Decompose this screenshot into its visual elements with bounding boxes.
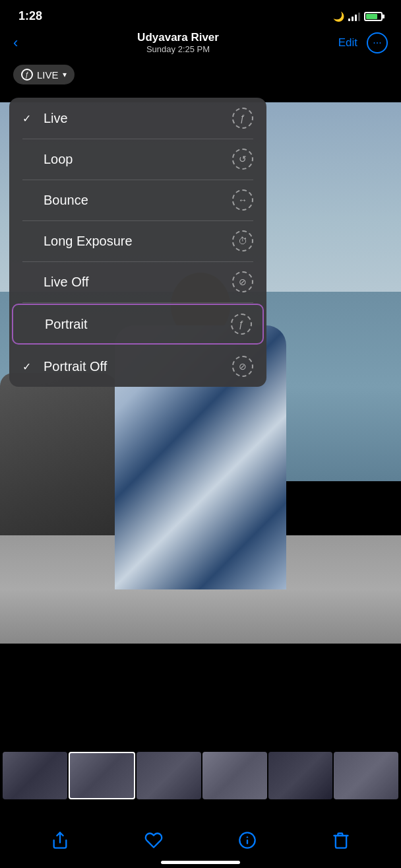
menu-icon-bounce: ↔ [232, 189, 253, 211]
nav-title: Udyavara River [137, 31, 219, 44]
menu-item-left-long-exposure: Long Exposure [22, 234, 133, 249]
menu-item-live-off[interactable]: Live Off⊘ [9, 261, 266, 302]
live-badge-container: ƒ LIVE ▾ [0, 62, 401, 90]
menu-icon-live-off: ⊘ [232, 271, 253, 292]
status-bar: 1:28 🌙 [0, 0, 401, 28]
live-badge-icon: ƒ [21, 69, 33, 81]
menu-item-left-live-off: Live Off [22, 275, 89, 290]
menu-icon-portrait: ƒ [231, 314, 252, 335]
menu-label-bounce: Bounce [44, 193, 88, 208]
menu-item-left-portrait-off: ✓Portrait Off [22, 359, 107, 374]
film-thumb[interactable] [69, 752, 136, 799]
chevron-down-icon: ▾ [63, 70, 67, 79]
menu-item-portrait-off[interactable]: ✓Portrait Off⊘ [9, 346, 266, 387]
film-thumb[interactable] [137, 752, 201, 799]
trash-icon [332, 831, 350, 850]
back-button[interactable]: ‹ [13, 34, 18, 51]
film-thumb[interactable] [334, 752, 398, 799]
battery-fill [366, 14, 377, 19]
film-thumb[interactable] [202, 752, 267, 799]
filmstrip [0, 749, 401, 802]
menu-icon-loop: ↺ [232, 149, 253, 170]
menu-item-left-live: ✓Live [22, 111, 68, 126]
checkmark-live: ✓ [22, 112, 36, 125]
checkmark-portrait-off: ✓ [22, 360, 36, 373]
edit-button[interactable]: Edit [338, 36, 357, 50]
menu-item-left-bounce: Bounce [22, 193, 88, 208]
film-thumb[interactable] [268, 752, 333, 799]
menu-icon-live: ƒ [232, 108, 253, 129]
menu-label-live-off: Live Off [44, 275, 89, 290]
nav-bar: ‹ Udyavara River Sunday 2:25 PM Edit ··· [0, 28, 401, 62]
menu-label-long-exposure: Long Exposure [44, 234, 133, 249]
menu-item-left-portrait: Portrait [24, 317, 87, 332]
status-time: 1:28 [18, 9, 42, 23]
menu-item-long-exposure[interactable]: Long Exposure⏱ [9, 220, 266, 261]
menu-icon-portrait-off: ⊘ [232, 356, 253, 377]
signal-bar-2 [352, 17, 354, 21]
heart-icon [144, 831, 163, 850]
status-icons: 🌙 [333, 11, 383, 22]
delete-button[interactable] [326, 826, 355, 855]
nav-subtitle: Sunday 2:25 PM [137, 44, 219, 54]
bottom-toolbar [0, 826, 401, 855]
menu-item-portrait[interactable]: Portraitƒ [12, 304, 264, 345]
nav-actions: Edit ··· [338, 32, 388, 53]
menu-icon-long-exposure: ⏱ [232, 230, 253, 251]
nav-title-group: Udyavara River Sunday 2:25 PM [137, 31, 219, 54]
battery-icon [364, 12, 383, 21]
menu-item-left-loop: Loop [22, 152, 73, 167]
menu-label-portrait-off: Portrait Off [44, 359, 107, 374]
signal-bars [348, 12, 360, 21]
film-thumb[interactable] [3, 752, 67, 799]
menu-label-portrait: Portrait [45, 317, 87, 332]
dropdown-menu: ✓LiveƒLoop↺Bounce↔Long Exposure⏱Live Off… [9, 98, 266, 387]
menu-label-live: Live [44, 111, 68, 126]
menu-label-loop: Loop [44, 152, 73, 167]
moon-icon: 🌙 [333, 11, 344, 22]
like-button[interactable] [139, 826, 168, 855]
menu-item-bounce[interactable]: Bounce↔ [9, 180, 266, 220]
more-button[interactable]: ··· [367, 32, 388, 53]
signal-bar-1 [348, 18, 350, 21]
live-badge[interactable]: ƒ LIVE ▾ [13, 65, 75, 84]
live-badge-label: LIVE [37, 69, 59, 81]
signal-bar-4 [358, 13, 360, 21]
menu-item-live[interactable]: ✓Liveƒ [9, 98, 266, 139]
share-icon [51, 831, 69, 850]
home-indicator [161, 861, 240, 864]
signal-bar-3 [355, 15, 357, 21]
info-button[interactable] [233, 826, 262, 855]
info-icon [238, 831, 257, 850]
share-button[interactable] [46, 826, 75, 855]
menu-item-loop[interactable]: Loop↺ [9, 139, 266, 180]
